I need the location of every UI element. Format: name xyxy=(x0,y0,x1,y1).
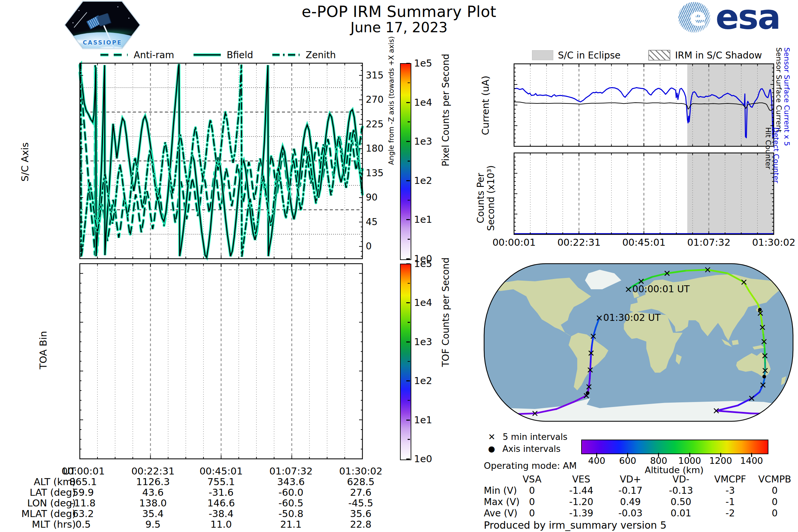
esa-logo: e esa xyxy=(678,2,795,35)
current-right-label-blue: Sensor Surface Current x 5 xyxy=(783,48,791,160)
ephemeris-value: 9.5 xyxy=(145,519,160,530)
cbar-tick-1e4: 1e4 xyxy=(414,98,444,108)
legend-line-sample xyxy=(100,52,128,58)
eclipse-legend: S/C in Eclipse IRM in S/C Shadow xyxy=(532,50,762,60)
cbar-tickmark xyxy=(406,63,410,64)
cassiope-patch-art: CASSIOPE xyxy=(65,2,140,48)
cbar-tickmark xyxy=(406,180,410,181)
angle-tick-0: 0 xyxy=(366,242,389,251)
voltage-value: 0.01 xyxy=(671,508,691,519)
voltage-header: VES xyxy=(572,474,590,485)
voltage-table: VSAVESVD+VD-VMCPFVCMPBMin (V)0-1.44-0.17… xyxy=(0,474,798,519)
time-tick-2: 00:45:01 xyxy=(614,238,674,247)
tof-colorbar xyxy=(400,264,411,460)
cbar-tickmark xyxy=(406,263,410,264)
voltage-value: 0 xyxy=(529,496,535,507)
voltage-value: 0 xyxy=(772,508,778,519)
current-ylabel: Current (uA) xyxy=(480,56,491,155)
ground-track-map: 00:00:01 UT01:30:02 UT xyxy=(483,263,794,422)
cbar-tickmark xyxy=(406,458,410,459)
legend-label: Bfield xyxy=(227,50,253,60)
angle-tick-315: 315 xyxy=(366,71,389,80)
eclipse-swatch xyxy=(532,50,553,60)
star-icon xyxy=(128,18,129,19)
ephemeris-value: 0.5 xyxy=(75,519,91,530)
angle-tick-45: 45 xyxy=(366,217,389,227)
ephemeris-row-MLT (hrs): MLT (hrs)0.59.511.021.122.8 xyxy=(0,519,412,529)
voltage-value: -0.03 xyxy=(619,508,642,519)
voltage-header: VD+ xyxy=(620,474,641,485)
cbar-minortick xyxy=(407,121,410,122)
voltage-value: -1.44 xyxy=(569,485,593,496)
voltage-header: VCMPB xyxy=(758,474,791,485)
sc-axis-plot xyxy=(80,63,362,259)
row-label: MLT (hrs) xyxy=(0,519,76,530)
voltage-value: -1 xyxy=(725,496,735,507)
row-label: Ave (V) xyxy=(484,508,517,519)
voltage-row-Ave (V): Ave (V)0-1.39-0.030.01-20 xyxy=(0,508,798,519)
voltage-header-row: VSAVESVD+VD-VMCPFVCMPB xyxy=(0,474,798,485)
counts-right-label-black: Hit Counter xyxy=(764,127,773,214)
pixel-colorbar-label: Pixel Counts per Second xyxy=(440,67,451,167)
ephemeris-value: 21.1 xyxy=(280,519,302,530)
cbar-minortick xyxy=(407,160,410,162)
shadow-hatch-swatch xyxy=(648,50,670,60)
cbar-minortick xyxy=(407,82,410,83)
cbar-tick-1e5: 1e5 xyxy=(414,259,444,269)
cbar-tick-1e2: 1e2 xyxy=(414,176,444,186)
cbar-tick-1e3: 1e3 xyxy=(414,137,444,146)
voltage-value: -2 xyxy=(725,508,735,519)
cbar-minortick xyxy=(407,322,410,323)
track-start-label: 00:00:01 UT xyxy=(632,284,690,294)
counts-plot xyxy=(514,153,774,234)
shadow-legend-label: IRM in S/C Shadow xyxy=(675,50,762,61)
voltage-value: 0.50 xyxy=(671,496,691,507)
angle-tick-270: 270 xyxy=(366,95,389,104)
voltage-value: -1.39 xyxy=(569,508,593,519)
voltage-value: -0.17 xyxy=(619,485,642,496)
row-label: Max (V) xyxy=(484,496,520,507)
patch-mission-name: CASSIOPE xyxy=(65,39,140,46)
angle-tick-180: 180 xyxy=(366,144,389,153)
voltage-header: VD- xyxy=(673,474,690,485)
eclipse-legend-label: S/C in Eclipse xyxy=(558,50,621,61)
altitude-colorbar xyxy=(581,440,768,454)
legend-label: Anti-ram xyxy=(134,50,174,60)
cbar-tickmark xyxy=(406,258,410,259)
counts-right-label-blue: Detect Counter xyxy=(772,127,780,214)
angle-tick-135: 135 xyxy=(366,169,389,178)
star-icon xyxy=(78,10,79,11)
current-plot xyxy=(514,64,774,146)
tof-colorbar-label: TOF Counts per Second xyxy=(440,267,451,367)
cbar-tickmark xyxy=(406,341,410,342)
esa-e-glyph: e xyxy=(690,5,706,29)
legend-label: Zenith xyxy=(306,50,336,60)
sc-axis-ylabel: S/C Axis xyxy=(19,112,31,212)
toa-plot xyxy=(80,264,362,459)
voltage-value: 0 xyxy=(772,485,778,496)
footer-version: Produced by irm_summary version 5 xyxy=(484,519,666,531)
voltage-value: 0.49 xyxy=(620,496,641,507)
cbar-tick-1e3: 1e3 xyxy=(414,337,444,347)
legend-item-bfield: Bfield xyxy=(193,50,253,60)
page-title: e-POP IRM Summary Plot xyxy=(216,3,582,21)
cbar-minortick xyxy=(407,439,410,440)
voltage-value: -1.20 xyxy=(569,496,593,507)
dot-marker-icon: ● xyxy=(488,444,495,454)
cbar-tick-1e2: 1e2 xyxy=(414,376,444,386)
cbar-tickmark xyxy=(406,380,410,381)
map-marker-legend: ✕ 5 min intervals ● Axis intervals xyxy=(488,431,568,455)
time-tick-1: 00:22:31 xyxy=(549,238,609,247)
cbar-tickmark xyxy=(406,420,410,421)
voltage-header: VMCPF xyxy=(714,474,746,485)
time-tick-0: 00:00:01 xyxy=(484,238,544,247)
borneo xyxy=(732,340,739,345)
track-end-label: 01:30:02 UT xyxy=(603,312,661,323)
legend-line-sample xyxy=(272,52,300,58)
legend-line-sample xyxy=(193,52,222,58)
toa-ylabel: TOA Bin xyxy=(38,300,49,400)
star-icon xyxy=(73,22,74,23)
alt-tick-1400: 1400 xyxy=(732,456,772,465)
voltage-row-Min (V): Min (V)0-1.44-0.17-0.13-30 xyxy=(0,485,798,496)
voltage-value: -0.13 xyxy=(669,485,693,496)
